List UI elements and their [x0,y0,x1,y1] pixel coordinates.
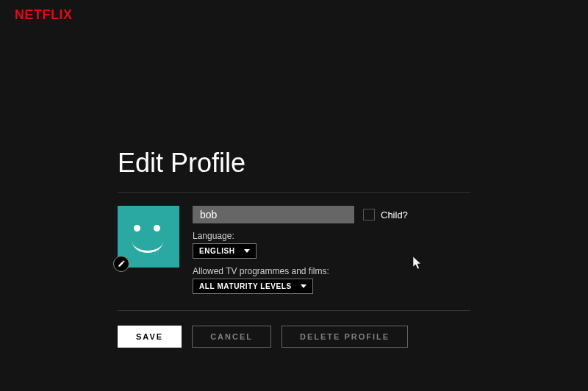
profile-form: Child? Language: ENGLISH Allowed TV prog… [118,193,470,310]
netflix-logo: NETFLIX [15,7,573,23]
page-title: Edit Profile [118,148,470,179]
maturity-field: Allowed TV programmes and films: ALL MAT… [193,266,470,294]
language-value: ENGLISH [199,247,235,255]
edit-profile-panel: Edit Profile Child? [118,148,470,348]
profile-name-input[interactable] [193,206,354,223]
pencil-icon [118,257,126,270]
maturity-label: Allowed TV programmes and films: [193,266,470,276]
chevron-down-icon [301,284,306,288]
language-label: Language: [193,231,470,241]
delete-profile-button[interactable]: DELETE PROFILE [282,326,408,348]
save-button[interactable]: SAVE [118,326,182,348]
name-row: Child? [193,206,470,223]
avatar-edit-button[interactable] [113,256,129,272]
child-label: Child? [381,209,408,220]
maturity-value: ALL MATURITY LEVELS [199,282,292,290]
button-row: SAVE CANCEL DELETE PROFILE [118,311,470,348]
child-checkbox[interactable] [363,209,375,220]
child-toggle: Child? [363,209,408,220]
maturity-select[interactable]: ALL MATURITY LEVELS [193,279,313,294]
chevron-down-icon [244,249,250,253]
language-field: Language: ENGLISH [193,231,470,259]
cancel-button[interactable]: CANCEL [192,326,271,348]
profile-fields: Child? Language: ENGLISH Allowed TV prog… [193,206,470,294]
avatar-container[interactable] [118,206,179,268]
language-select[interactable]: ENGLISH [193,243,257,259]
header: NETFLIX [0,0,588,30]
